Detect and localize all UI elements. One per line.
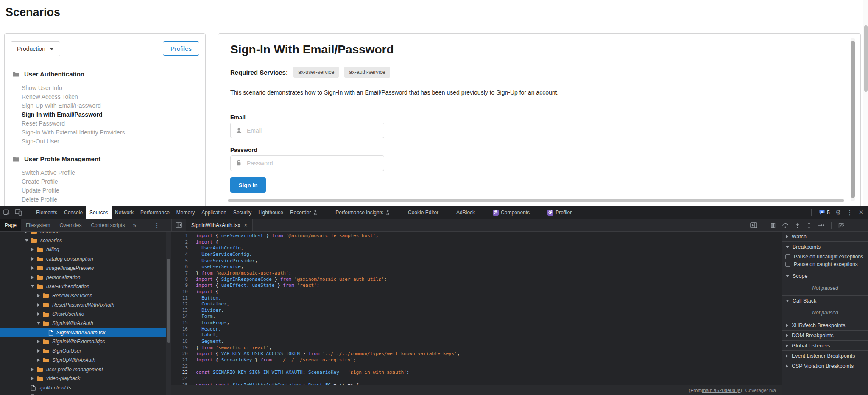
line-number[interactable]: 8	[171, 277, 192, 283]
scenario-item-create-profile[interactable]: Create Profile	[5, 177, 205, 186]
scenario-item-renew-access-token[interactable]: Renew Access Token	[5, 92, 205, 101]
tree-folder-signoutuser[interactable]: SignOutUser	[0, 346, 166, 356]
devtools-tab-elements[interactable]: Elements	[33, 206, 61, 219]
devtools-tab-performance[interactable]: Performance	[137, 206, 173, 219]
debugger-section-header-global-listeners[interactable]: Global Listeners	[782, 341, 868, 350]
line-number[interactable]: 16	[171, 326, 192, 333]
debugger-section-header-watch[interactable]: Watch	[782, 232, 868, 241]
tree-folder-signupwithaxauth[interactable]: SignUpWithAxAuth	[0, 356, 166, 365]
tree-folder-personalization[interactable]: personalization	[0, 273, 166, 282]
devtools-tab-console[interactable]: Console	[61, 206, 86, 219]
devtools-tab-performance-insights[interactable]: Performance insights	[332, 206, 394, 219]
tree-folder-user-authentication[interactable]: user-authentication	[0, 282, 166, 291]
scenario-item-delete-profile[interactable]: Delete Profile	[5, 195, 205, 204]
navigator-tab-overrides[interactable]: Overrides	[55, 219, 86, 231]
environment-dropdown[interactable]: Production	[11, 41, 60, 56]
settings-gear-icon[interactable]: ⚙	[835, 209, 841, 216]
scenario-item-show-user-info[interactable]: Show User Info	[5, 83, 205, 92]
tree-folder-showuserinfo[interactable]: ShowUserInfo	[0, 309, 166, 319]
line-number[interactable]: 23	[171, 370, 192, 376]
scenario-item-switch-active-profile[interactable]: Switch Active Profile	[5, 168, 205, 177]
chevron-right-icon[interactable]	[36, 294, 41, 297]
navigator-tab-filesystem[interactable]: Filesystem	[21, 219, 55, 231]
line-number[interactable]: 19	[171, 345, 192, 351]
source-map-link[interactable]: main.a620de0a.js	[702, 388, 740, 393]
debugger-section-header-csp-violation-breakpoints[interactable]: CSP Violation Breakpoints	[782, 361, 868, 371]
chevron-right-icon[interactable]	[30, 276, 35, 279]
debugger-section-header-call-stack[interactable]: Call Stack	[782, 296, 868, 305]
chevron-right-icon[interactable]	[36, 340, 41, 343]
debugger-section-header-breakpoints[interactable]: Breakpoints	[782, 242, 868, 252]
line-number[interactable]: 7	[171, 270, 192, 277]
hide-navigator-icon[interactable]	[172, 219, 186, 231]
tree-folder-image-imagepreview[interactable]: image/ImagePreview	[0, 263, 166, 273]
step-icon[interactable]	[818, 223, 825, 228]
close-devtools-icon[interactable]: ✕	[858, 209, 864, 216]
navigator-tab-page[interactable]: Page	[0, 219, 21, 231]
scenario-item-sign-in-with-external-identity-providers[interactable]: Sign-In With External Identity Providers	[5, 128, 205, 137]
tree-folder-resetpasswordwithaxauth[interactable]: ResetPasswordWithAxAuth	[0, 300, 166, 310]
line-number[interactable]: 1	[171, 233, 192, 239]
console-messages-badge[interactable]: 5	[819, 210, 830, 216]
window-scrollbar-thumb[interactable]	[864, 25, 868, 92]
devtools-tab-profiler[interactable]: Profiler	[544, 206, 575, 219]
line-number[interactable]: 10	[171, 289, 192, 295]
line-number[interactable]: 3	[171, 245, 192, 252]
devtools-tab-cookie-editor[interactable]: Cookie Editor	[405, 206, 442, 219]
tree-folder-signinwithaxauth[interactable]: SignInWithAxAuth	[0, 319, 166, 328]
editor-file-tab[interactable]: SignInWithAxAuth.tsx ×	[186, 219, 253, 231]
line-number[interactable]: 6	[171, 264, 192, 270]
code-editor[interactable]: 1import { useScenarioHost } from '@axino…	[171, 232, 782, 385]
chevron-right-icon[interactable]	[36, 312, 41, 316]
close-tab-icon[interactable]: ×	[244, 222, 247, 228]
navigator-menu-icon[interactable]: ⋮	[151, 219, 163, 231]
devtools-tab-memory[interactable]: Memory	[173, 206, 198, 219]
devtools-tab-application[interactable]: Application	[198, 206, 230, 219]
password-input[interactable]	[247, 160, 384, 167]
checkbox[interactable]	[785, 254, 790, 259]
tree-folder-billing[interactable]: billing	[0, 245, 166, 254]
line-number[interactable]: 18	[171, 339, 192, 345]
line-number[interactable]: 20	[171, 351, 192, 357]
tree-file-item[interactable]	[0, 392, 166, 395]
chevron-down-icon[interactable]	[36, 322, 41, 325]
sign-in-button[interactable]: Sign In	[230, 177, 266, 193]
devtools-tab-sources[interactable]: Sources	[86, 206, 112, 219]
email-input[interactable]	[247, 127, 384, 134]
detail-horizontal-scrollbar-thumb[interactable]	[228, 199, 844, 202]
chevron-down-icon[interactable]	[30, 285, 35, 288]
tree-file-signinwithaxauth-tsx[interactable]: SignInWithAxAuth.tsx	[0, 328, 166, 337]
chevron-right-icon[interactable]	[36, 359, 41, 362]
debugger-section-header-xhr-fetch-breakpoints[interactable]: XHR/fetch Breakpoints	[782, 320, 868, 330]
show-debugger-panel-icon[interactable]	[750, 222, 757, 228]
debugger-section-header-event-listener-breakpoints[interactable]: Event Listener Breakpoints	[782, 351, 868, 361]
line-number[interactable]: 24	[171, 376, 192, 382]
device-toolbar-icon[interactable]	[15, 209, 22, 216]
tree-folder-signinwithexternalidps[interactable]: SignInWithExternalIdps	[0, 337, 166, 346]
devtools-tab-components[interactable]: Components	[489, 206, 533, 219]
kebab-menu-icon[interactable]: ⋮	[846, 209, 853, 216]
line-number[interactable]: 5	[171, 258, 192, 264]
deactivate-breakpoints-icon[interactable]	[838, 222, 845, 228]
scenario-item-sign-in-with-email-password[interactable]: Sign-In with Email/Password	[5, 110, 205, 119]
tree-folder-user-profile-management[interactable]: user-profile-management	[0, 365, 166, 374]
chevron-right-icon[interactable]	[30, 257, 35, 261]
chevron-right-icon[interactable]	[36, 303, 41, 307]
checkbox[interactable]	[785, 262, 790, 267]
scenario-item-update-profile[interactable]: Update Profile	[5, 186, 205, 195]
inspect-element-icon[interactable]	[3, 209, 11, 216]
tree-folder-renewusertoken[interactable]: RenewUserToken	[0, 291, 166, 300]
devtools-tab-network[interactable]: Network	[112, 206, 137, 219]
line-number[interactable]: 15	[171, 320, 192, 326]
chevron-down-icon[interactable]	[24, 239, 29, 242]
more-tabs-icon[interactable]: »	[129, 219, 140, 231]
navigator-scrollbar-thumb[interactable]	[167, 259, 170, 343]
devtools-tab-lighthouse[interactable]: Lighthouse	[255, 206, 287, 219]
pause-script-icon[interactable]	[770, 223, 776, 228]
line-number[interactable]: 12	[171, 301, 192, 308]
chevron-right-icon[interactable]	[30, 266, 35, 270]
line-number[interactable]: 4	[171, 252, 192, 258]
chevron-right-icon[interactable]	[30, 248, 35, 251]
step-over-icon[interactable]	[782, 222, 789, 228]
navigator-tab-content-scripts[interactable]: Content scripts	[86, 219, 129, 231]
